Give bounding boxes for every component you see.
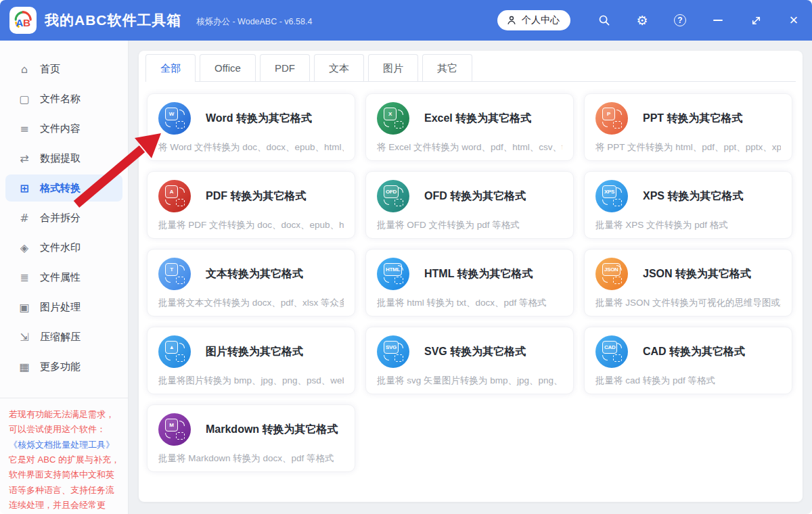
minimize-button[interactable]	[708, 11, 727, 30]
card-word-convert[interactable]: W Word 转换为其它格式 将 Word 文件转换为 doc、docx、epu…	[147, 93, 355, 161]
target-format-box	[394, 354, 403, 362]
json-convert-icon: JSON	[595, 258, 628, 290]
card-head: W Word 转换为其它格式	[158, 102, 344, 135]
card-description: 批量将 PDF 文件转换为 doc、docx、epub、html、	[158, 219, 344, 231]
card-head: OFD OFD 转换为其它格式	[377, 180, 562, 212]
sidebar-item-format-convert[interactable]: ⊞ 格式转换	[5, 174, 122, 202]
close-icon: ×	[790, 13, 798, 28]
target-format-box	[176, 432, 185, 440]
card-ofd-convert[interactable]: OFD OFD 转换为其它格式 批量将 OFD 文件转换为 pdf 等格式	[365, 171, 574, 239]
convert-arrow-top	[179, 421, 185, 426]
sidebar-item-file-properties[interactable]: ≣ 文件属性	[5, 264, 122, 291]
sidebar-item-label: 文件名称	[40, 93, 81, 106]
format-badge: A	[165, 185, 178, 198]
person-icon	[505, 14, 518, 26]
card-head: JSON JSON 转换为其它格式	[595, 258, 781, 290]
main-area: 全部 Office PDF 文本 图片 其它 W	[129, 41, 812, 514]
sidebar-item-image-process[interactable]: ▣ 图片处理	[5, 294, 122, 321]
home-icon: ⌂	[18, 63, 31, 76]
titlebar: A B 我的ABC软件工具箱 核烁办公 - WodeABC - v6.58.4 …	[0, 0, 812, 41]
card-ppt-convert[interactable]: P PPT 转换为其它格式 将 PPT 文件转换为 html、pdf、ppt、p…	[584, 93, 792, 161]
user-center-button[interactable]: 个人中心	[497, 10, 570, 30]
format-badge: SVG	[384, 341, 399, 354]
tab-pdf[interactable]: PDF	[260, 54, 310, 81]
tab-office[interactable]: Office	[200, 54, 256, 81]
card-pdf-convert[interactable]: A PDF 转换为其它格式 批量将 PDF 文件转换为 doc、docx、epu…	[147, 171, 355, 239]
sidebar-item-merge-split[interactable]: # 合并拆分	[5, 204, 122, 231]
app-subtitle: 核烁办公 - WodeABC - v6.58.4	[196, 16, 312, 28]
convert-arrow-bottom	[602, 200, 608, 205]
card-description: 批量将 Markdown 转换为 docx、pdf 等格式	[158, 452, 344, 465]
tab-image[interactable]: 图片	[368, 54, 418, 81]
card-head: X Excel 转换为其它格式	[377, 102, 562, 135]
convert-arrow-bottom	[384, 200, 389, 205]
card-title: SVG 转换为其它格式	[424, 345, 526, 359]
tab-other[interactable]: 其它	[422, 54, 472, 81]
target-format-box	[394, 199, 403, 206]
target-format-box	[613, 121, 622, 128]
sidebar-item-file-name[interactable]: ▢ 文件名称	[5, 85, 122, 112]
convert-arrow-bottom	[384, 277, 389, 283]
card-excel-convert[interactable]: X Excel 转换为其它格式 将 Excel 文件转换为 word、pdf、h…	[365, 93, 574, 161]
sidebar-item-file-content[interactable]: ≡ 文件内容	[5, 115, 122, 142]
sidebar-item-home[interactable]: ⌂ 首页	[5, 55, 122, 83]
card-title: HTML 转换为其它格式	[424, 267, 533, 281]
tab-text[interactable]: 文本	[314, 54, 364, 81]
card-image-convert[interactable]: ▲ 图片转换为其它格式 批量将图片转换为 bmp、jpg、png、psd、web…	[147, 327, 355, 394]
tab-label: PDF	[275, 62, 295, 74]
card-title: Markdown 转换为其它格式	[206, 423, 338, 437]
svg-convert-icon: SVG	[377, 335, 409, 368]
resize-button[interactable]	[746, 11, 765, 30]
card-title: PDF 转换为其它格式	[206, 189, 306, 204]
format-badge: T	[165, 263, 178, 276]
convert-arrow-top	[616, 187, 622, 193]
card-title: Excel 转换为其它格式	[424, 112, 531, 126]
sidebar-item-label: 格式转换	[40, 182, 81, 195]
sidebar-item-label: 合并拆分	[40, 212, 81, 225]
card-head: HTML HTML 转换为其它格式	[377, 258, 562, 290]
sidebar-item-watermark[interactable]: ◈ 文件水印	[5, 234, 122, 261]
app-window: { "colors":{ "titlebar":"#4577e0","accen…	[0, 0, 812, 514]
card-description: 批量将图片转换为 bmp、jpg、png、psd、webp、	[158, 375, 344, 387]
convert-arrow-top	[616, 343, 622, 348]
tab-all[interactable]: 全部	[145, 54, 196, 81]
sidebar-item-compress[interactable]: ⇲ 压缩解压	[5, 323, 122, 350]
card-head: M Markdown 转换为其它格式	[158, 413, 344, 446]
convert-arrow-top	[616, 265, 622, 271]
card-svg-convert[interactable]: SVG SVG 转换为其它格式 批量将 svg 矢量图片转换为 bmp、jpg、…	[365, 327, 574, 394]
sidebar-item-label: 文件水印	[40, 241, 81, 254]
target-format-box	[176, 199, 185, 206]
card-description: 批量将文本文件转换为 docx、pdf、xlsx 等众多格式	[158, 297, 344, 309]
search-button[interactable]	[595, 11, 614, 30]
svg-text:A: A	[16, 17, 23, 28]
convert-arrow-top	[179, 110, 185, 115]
format-badge: ▲	[165, 341, 178, 354]
card-head: A PDF 转换为其它格式	[158, 180, 344, 212]
close-button[interactable]: ×	[784, 11, 803, 30]
sidebar-item-label: 压缩解压	[40, 331, 81, 344]
card-markdown-convert[interactable]: M Markdown 转换为其它格式 批量将 Markdown 转换为 docx…	[147, 404, 355, 472]
help-button[interactable]: ?	[671, 11, 690, 30]
sidebar: ⌂ 首页 ▢ 文件名称 ≡ 文件内容 ⇄ 数据提取 ⊞ 格式转换 # 合并拆分 …	[0, 41, 129, 514]
card-xps-convert[interactable]: XPS XPS 转换为其它格式 批量将 XPS 文件转换为 pdf 格式	[584, 171, 792, 239]
card-cad-convert[interactable]: CAD CAD 转换为其它格式 批量将 cad 转换为 pdf 等格式	[584, 327, 792, 394]
watermark-icon: ◈	[18, 241, 31, 254]
convert-arrow-top	[398, 343, 403, 348]
card-json-convert[interactable]: JSON JSON 转换为其它格式 批量将 JSON 文件转换为可视化的思维导图…	[584, 249, 792, 317]
card-text-convert[interactable]: T 文本转换为其它格式 批量将文本文件转换为 docx、pdf、xlsx 等众多…	[147, 249, 355, 317]
target-format-box	[176, 354, 185, 362]
notice-text-2: 它是对 ABC 的扩展与补充，软件界面支持简体中文和英语等多种语言、支持任务流连…	[9, 452, 120, 514]
format-convert-icon: ⊞	[18, 182, 31, 195]
settings-button[interactable]: ⚙	[633, 11, 652, 30]
tab-label: 全部	[160, 62, 181, 74]
help-icon: ?	[674, 14, 686, 26]
more-features-icon: ▦	[18, 360, 31, 373]
notice-link[interactable]: 《核烁文档批量处理工具》	[9, 438, 120, 452]
sidebar-item-more[interactable]: ▦ 更多功能	[5, 353, 122, 380]
sidebar-item-data-extract[interactable]: ⇄ 数据提取	[5, 145, 122, 172]
convert-arrow-bottom	[165, 355, 171, 360]
image-process-icon: ▣	[18, 301, 31, 314]
card-title: XPS 转换为其它格式	[643, 189, 743, 204]
card-html-convert[interactable]: HTML HTML 转换为其它格式 批量将 html 转换为 txt、docx、…	[365, 249, 574, 317]
sidebar-item-label: 图片处理	[40, 301, 81, 314]
